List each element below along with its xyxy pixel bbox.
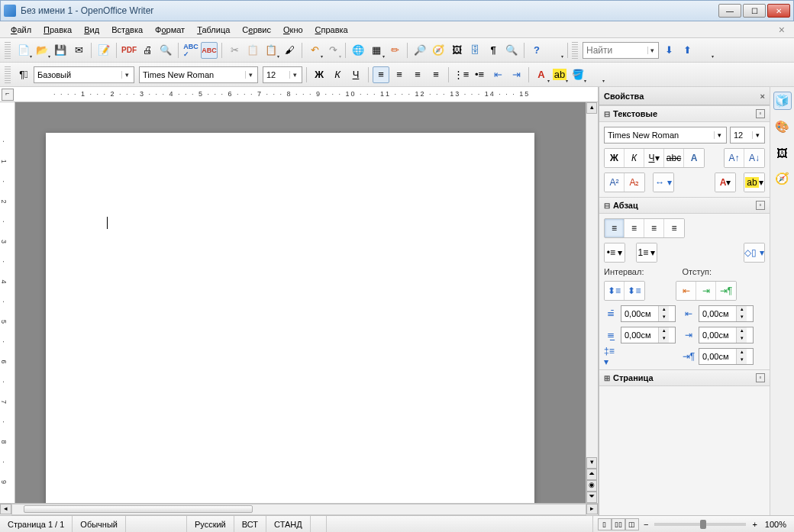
panel-shrink-button[interactable]: A↓ [744,149,764,167]
numbering-button[interactable]: ⋮≡ [453,66,470,83]
navigator-button[interactable]: 🧭 [430,42,447,59]
status-sel[interactable]: СТАНД [266,516,311,532]
section-text-header[interactable]: ⊟ Текстовые ▫ [599,105,770,122]
status-style[interactable]: Обычный [73,516,126,532]
hyperlink-button[interactable]: 🌐 [350,42,366,59]
bullets-button[interactable]: •≡ [471,66,488,83]
hscroll-thumb[interactable] [24,505,253,513]
view-book[interactable]: ◫ [625,518,639,530]
redo-button[interactable]: ↷▾ [324,42,341,59]
panel-align-right[interactable]: ≡ [644,219,664,237]
vertical-scrollbar[interactable]: ▴ ▾ ⏶ ◉ ⏷ [586,102,598,503]
menu-format[interactable]: Формат [150,24,189,36]
spacing-inc-button[interactable]: ⬍≡ [605,282,625,300]
horizontal-scrollbar[interactable]: ◂ ▸ [0,503,598,515]
indent-right-spinner[interactable]: ▴▾ [699,327,754,343]
page[interactable] [46,133,534,503]
font-color-button[interactable]: A▾ [533,66,550,83]
tab-styles[interactable]: 🎨 [773,118,792,136]
size-combo[interactable]: 12 ▾ [263,66,302,83]
panel-shadow-button[interactable]: A [684,149,704,167]
align-center-button[interactable]: ≡ [391,66,408,83]
space-above-input[interactable] [621,306,658,321]
email-button[interactable]: ✉ [70,42,87,59]
bg-color-button[interactable]: 🪣▾ [570,66,586,83]
tab-properties[interactable]: 🧊 [773,92,792,110]
toolbar-grip[interactable] [5,42,11,59]
align-right-button[interactable]: ≡ [409,66,426,83]
space-above-spinner[interactable]: ▴▾ [621,305,676,322]
indent-hang-button[interactable]: ⇥¶ [716,282,736,300]
panel-fontcolor-button[interactable]: A ▾ [715,173,735,192]
panel-grow-button[interactable]: A↑ [725,149,744,167]
menu-insert[interactable]: Вставка [107,24,147,36]
help-button[interactable]: ? [528,42,545,59]
status-zoom[interactable]: 100% [757,516,794,532]
panel-highlight-button[interactable]: ab ▾ [744,173,764,192]
firstline-spinner[interactable]: ▴▾ [699,348,754,365]
bold-button[interactable]: Ж [311,66,328,83]
table-button[interactable]: ▦▾ [368,42,385,59]
copy-button[interactable]: 📋 [244,42,261,59]
find-input[interactable] [586,45,644,56]
panel-bullets-button[interactable]: •≡ ▾ [605,243,625,262]
zoom-thumb[interactable] [700,520,706,529]
spellcheck-button[interactable]: ABC✓ [182,42,199,59]
find-prev-button[interactable]: ⬆ [679,42,696,59]
style-combo[interactable]: Базовый ▾ [34,66,134,83]
view-multi[interactable]: ▯▯ [612,518,625,530]
ruler-corner[interactable]: ⌐ [2,89,14,101]
section-more-icon[interactable]: ▫ [756,373,765,382]
save-button[interactable]: 💾 [52,42,69,59]
tab-gallery[interactable]: 🖼 [773,143,792,162]
zoom-button[interactable]: 🔍 [503,42,520,59]
section-para-header[interactable]: ⊟ Абзац ▫ [599,197,770,214]
panel-align-left[interactable]: ≡ [605,219,625,237]
space-below-spinner[interactable]: ▴▾ [621,327,676,343]
find-combo[interactable]: ▾ [583,42,659,59]
vscroll-down[interactable]: ▾ [586,457,597,469]
status-sig[interactable] [311,516,327,532]
panel-align-center[interactable]: ≡ [625,219,644,237]
nav-next[interactable]: ⏷ [586,492,597,503]
font-combo[interactable]: Times New Roman ▾ [139,66,258,83]
align-left-button[interactable]: ≡ [373,66,389,83]
status-lang[interactable]: Русский [187,516,234,532]
menu-table[interactable]: Таблица [192,24,234,36]
panel-bgcolor-button[interactable]: ◇▯ ▾ [744,243,764,262]
panel-size-combo[interactable]: 12▾ [730,127,765,143]
fmt-overflow[interactable]: ▾ [588,66,605,83]
panel-italic-button[interactable]: К [625,149,644,167]
menu-window[interactable]: Окно [279,24,308,36]
hscroll-right[interactable]: ▸ [586,504,598,514]
indent-dec-button[interactable]: ⇤ [489,66,506,83]
hscroll-left[interactable]: ◂ [0,504,11,514]
firstline-input[interactable] [699,349,736,364]
panel-align-justify[interactable]: ≡ [664,219,684,237]
italic-button[interactable]: К [329,66,346,83]
menu-close-icon[interactable]: × [776,24,788,36]
whatsthis-button[interactable]: ▾ [547,42,563,59]
spacing-dec-button[interactable]: ⬍≡ [625,282,644,300]
status-insert[interactable]: ВСТ [234,516,266,532]
edit-doc-button[interactable]: 📝 [95,42,112,59]
highlight-button[interactable]: ab▾ [551,66,568,83]
panel-font-combo[interactable]: Times New Roman▾ [604,127,727,143]
section-page-header[interactable]: ⊞ Страница ▫ [599,369,770,386]
indent-inc-button[interactable]: ⇥ [508,66,524,83]
panel-strike-button[interactable]: abc [664,149,684,167]
export-pdf-button[interactable]: PDF [121,42,137,59]
find-replace-button[interactable]: 🔎 [412,42,428,59]
zoom-slider[interactable] [654,523,746,526]
panel-spacing-button[interactable]: ↔ ▾ [654,173,673,192]
print-button[interactable]: 🖨 [139,42,156,59]
menu-service[interactable]: Сервис [237,24,276,36]
toolbar-overflow[interactable]: ▾ [697,42,714,59]
preview-button[interactable]: 🔍 [157,42,174,59]
sidebar-close-icon[interactable]: × [760,92,765,101]
find-toolbar-grip[interactable] [572,42,578,59]
underline-button[interactable]: Ч [347,66,364,83]
indent-left-spinner[interactable]: ▴▾ [699,305,754,322]
format-paint-button[interactable]: 🖌 [281,42,298,59]
indent-right-input[interactable] [699,327,736,343]
